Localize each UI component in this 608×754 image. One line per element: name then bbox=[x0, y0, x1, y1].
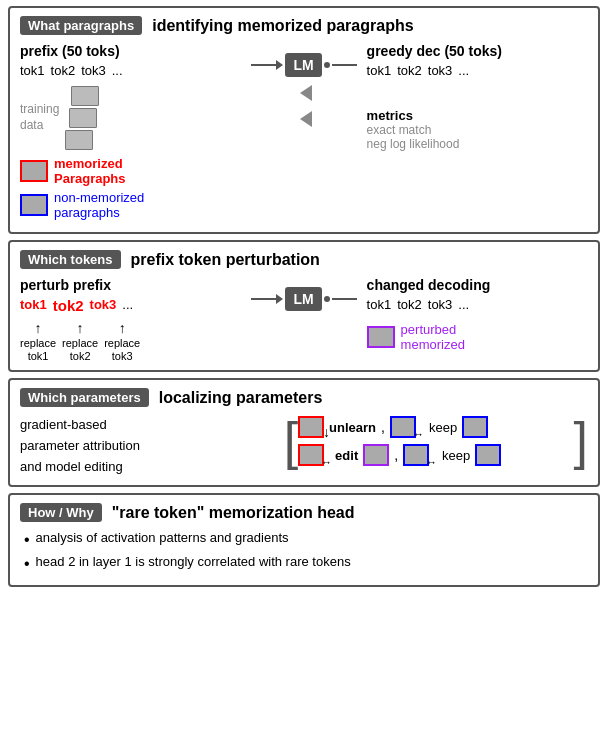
rect-perturbed bbox=[367, 326, 395, 348]
lm-arrows: LM bbox=[251, 53, 356, 77]
section4-body: • analysis of activation patterns and gr… bbox=[20, 530, 588, 572]
bullet-text-1: analysis of activation patterns and grad… bbox=[36, 530, 289, 545]
bracket-container: [ ↓ unlearn , ↔ keep bbox=[284, 415, 588, 467]
section3-body: gradient-basedparameter attributionand m… bbox=[20, 415, 588, 477]
greedy-label: greedy dec (50 toks) bbox=[367, 43, 588, 59]
ptok3: tok3 bbox=[90, 297, 117, 314]
section3-header: Which parameters localizing parameters bbox=[20, 388, 588, 407]
edit-rect-purple bbox=[363, 444, 389, 466]
unlearn-row: ↓ unlearn , ↔ keep bbox=[298, 416, 573, 438]
metric-exact: exact match bbox=[367, 123, 588, 137]
changed-toks: tok1 tok2 tok3 ... bbox=[367, 297, 588, 312]
up-arrow2: ↑ bbox=[77, 320, 84, 336]
s1-right: greedy dec (50 toks) tok1 tok2 tok3 ... … bbox=[367, 43, 588, 151]
bullet-text-2: head 2 in layer 1 is strongly correlated… bbox=[36, 554, 351, 569]
section-how-why: How / Why "rare token" memorization head… bbox=[8, 493, 600, 586]
metric-nll: neg log likelihood bbox=[367, 137, 588, 151]
s1-middle: LM bbox=[251, 43, 356, 127]
arrow-right-lm bbox=[332, 64, 357, 66]
down-arrow: ↓ bbox=[323, 424, 330, 440]
section1-tag: What paragraphs bbox=[20, 16, 142, 35]
replace-label3: replace bbox=[104, 337, 140, 349]
edit-row: ↔ edit , ↔ keep bbox=[298, 444, 573, 466]
arrow-left-lm bbox=[251, 60, 283, 70]
replace-tok2: tok2 bbox=[70, 350, 91, 362]
greedy-toks: tok1 tok2 tok3 ... bbox=[367, 63, 588, 78]
section-which-parameters: Which parameters localizing parameters g… bbox=[8, 378, 600, 487]
keep-rect-blue3: ↔ bbox=[403, 444, 429, 466]
section2-title: prefix token perturbation bbox=[131, 251, 320, 269]
bracket-inner: ↓ unlearn , ↔ keep bbox=[298, 416, 573, 466]
section4-header: How / Why "rare token" memorization head bbox=[20, 503, 588, 522]
s2-lm-dot bbox=[324, 296, 330, 302]
metrics-arrows bbox=[292, 85, 316, 127]
memorized-text: memorizedParagraphs bbox=[54, 156, 126, 186]
keep-rect-blue1: ↔ bbox=[390, 416, 416, 438]
gtok2: tok2 bbox=[397, 63, 422, 78]
memorized-box: memorizedParagraphs bbox=[20, 156, 241, 186]
keep-rect-blue4 bbox=[475, 444, 501, 466]
up-arrow3: ↑ bbox=[119, 320, 126, 336]
perturb-toks: tok1 tok2 tok3 ... bbox=[20, 297, 241, 314]
s2-lm-arrows: LM bbox=[251, 287, 356, 311]
section4-title: "rare token" memorization head bbox=[112, 504, 355, 522]
replace-label1: replace bbox=[20, 337, 56, 349]
gtok3: tok3 bbox=[428, 63, 453, 78]
bullet-1: • analysis of activation patterns and gr… bbox=[24, 530, 588, 549]
keep-label2: keep bbox=[442, 448, 470, 463]
section4-tag: How / Why bbox=[20, 503, 102, 522]
s2-middle: LM bbox=[251, 277, 356, 311]
replace-tok1: tok1 bbox=[28, 350, 49, 362]
section1-header: What paragraphs identifying memorized pa… bbox=[20, 16, 588, 35]
unlearn-label: unlearn bbox=[329, 420, 376, 435]
tok1: tok1 bbox=[20, 63, 45, 78]
keep-label1: keep bbox=[429, 420, 457, 435]
bullet-2: • head 2 in layer 1 is strongly correlat… bbox=[24, 554, 588, 573]
lr-arrow2: ↔ bbox=[321, 456, 332, 468]
section-what-paragraphs: What paragraphs identifying memorized pa… bbox=[8, 6, 600, 234]
metrics-title: metrics bbox=[367, 108, 588, 123]
section1-body: prefix (50 toks) tok1 tok2 tok3 ... trai… bbox=[20, 43, 588, 224]
section-which-tokens: Which tokens prefix token perturbation p… bbox=[8, 240, 600, 372]
non-memorized-text: non-memorizedparagraphs bbox=[54, 190, 144, 220]
prefix-toks: tok1 tok2 tok3 ... bbox=[20, 63, 241, 78]
training-data-row: trainingdata bbox=[20, 86, 241, 150]
lr-arrow1: ↔ bbox=[413, 428, 424, 440]
bullet-dot-1: • bbox=[24, 530, 30, 549]
s2-right: changed decoding tok1 tok2 tok3 ... pert… bbox=[367, 277, 588, 352]
lm-dot bbox=[324, 62, 330, 68]
s3-right: [ ↓ unlearn , ↔ keep bbox=[284, 415, 588, 477]
ctok-ellipsis: ... bbox=[458, 297, 469, 312]
changed-label: changed decoding bbox=[367, 277, 588, 293]
s3-description: gradient-basedparameter attributionand m… bbox=[20, 417, 140, 474]
s2-left: perturb prefix tok1 tok2 tok3 ... ↑ repl… bbox=[20, 277, 241, 362]
perturbed-text: perturbedmemorized bbox=[401, 322, 465, 352]
s2-arrow-right bbox=[332, 298, 357, 300]
ctok3: tok3 bbox=[428, 297, 453, 312]
ptok-ellipsis: ... bbox=[122, 297, 133, 314]
edit-rect-red: ↔ bbox=[298, 444, 324, 466]
tok2: tok2 bbox=[51, 63, 76, 78]
replace2: ↑ replace tok2 bbox=[62, 320, 98, 362]
ptok2: tok2 bbox=[53, 297, 84, 314]
s2-lm-box: LM bbox=[285, 287, 321, 311]
replace-label2: replace bbox=[62, 337, 98, 349]
replace3: ↑ replace tok3 bbox=[104, 320, 140, 362]
section2-body: perturb prefix tok1 tok2 tok3 ... ↑ repl… bbox=[20, 277, 588, 362]
training-label: trainingdata bbox=[20, 102, 59, 133]
section3-title: localizing parameters bbox=[159, 389, 323, 407]
ctok2: tok2 bbox=[397, 297, 422, 312]
big-bracket-close: ] bbox=[574, 415, 588, 467]
up-arrow1: ↑ bbox=[35, 320, 42, 336]
comma2: , bbox=[394, 447, 398, 463]
perturb-label: perturb prefix bbox=[20, 277, 241, 293]
stack-icon bbox=[67, 86, 99, 150]
rect-memorized bbox=[20, 160, 48, 182]
s3-left: gradient-basedparameter attributionand m… bbox=[20, 415, 274, 477]
rect-non-memorized bbox=[20, 194, 48, 216]
tok-ellipsis: ... bbox=[112, 63, 123, 78]
section1-title: identifying memorized paragraphs bbox=[152, 17, 413, 35]
keep-rect-blue2 bbox=[462, 416, 488, 438]
tok3: tok3 bbox=[81, 63, 106, 78]
section3-tag: Which parameters bbox=[20, 388, 149, 407]
